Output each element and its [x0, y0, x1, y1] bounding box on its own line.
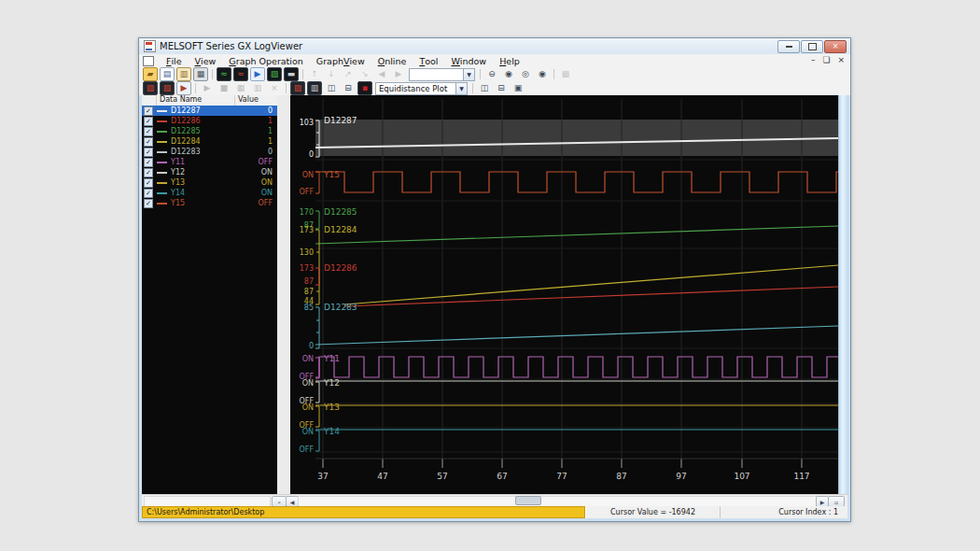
watch-row-d12287[interactable]: ✓D122870 — [142, 106, 277, 116]
menu-view[interactable]: View — [189, 54, 223, 67]
open-file-icon[interactable]: ▰ — [143, 67, 158, 81]
wide-graph-icon[interactable]: ▬ — [284, 67, 299, 81]
vertical-split-icon[interactable]: ◫ — [324, 81, 339, 95]
tile-horizontal-icon[interactable]: ⊟ — [494, 81, 509, 95]
title-bar[interactable]: MELSOFT Series GX LogViewer × — [139, 38, 850, 54]
monitor-start-icon[interactable]: ▶ — [176, 81, 191, 95]
data-logging-icon[interactable]: ▨ — [143, 81, 158, 95]
cursor-color-icon[interactable]: ▪ — [357, 81, 372, 95]
record-icon[interactable]: ▥ — [250, 81, 265, 95]
horizontal-split-icon[interactable]: ⊟ — [341, 81, 356, 95]
cursor-up-icon[interactable]: ↑ — [307, 67, 322, 81]
series-color-dash — [157, 172, 167, 174]
status-cursor-value: Cursor Value = -16942 — [585, 506, 721, 518]
print-icon[interactable]: ▦ — [193, 67, 208, 81]
row-checkbox[interactable]: ✓ — [144, 127, 153, 136]
play-icon[interactable]: ▶ — [200, 81, 215, 95]
graph-display-icon[interactable]: ≈ — [217, 67, 231, 81]
cascade-windows-icon[interactable]: ▣ — [511, 81, 525, 95]
value-column-header[interactable]: Value — [235, 95, 277, 106]
svg-text:37: 37 — [317, 472, 328, 481]
status-bar: C:\Users\Administrator\Desktop Cursor Va… — [142, 506, 847, 518]
svg-text:Y14: Y14 — [323, 427, 340, 436]
menu-graph-view[interactable]: Graph View — [310, 54, 371, 67]
realtime-monitor-icon[interactable]: ▶ — [250, 67, 265, 81]
trend-graph-icon[interactable]: ▨ — [290, 81, 305, 95]
row-checkbox[interactable]: ✓ — [144, 168, 153, 177]
toolbar-separator — [302, 69, 303, 79]
mdi-minimize-icon[interactable]: – — [811, 55, 816, 64]
watch-row-y12[interactable]: ✓Y12ON — [142, 167, 277, 177]
zoom-reset-icon[interactable]: ◉ — [501, 67, 516, 81]
plot-mode-combo-dropdown-icon[interactable]: ▼ — [455, 83, 467, 94]
menu-graph-operation[interactable]: Graph Operation — [222, 54, 309, 67]
row-value: ON — [235, 189, 277, 197]
maximize-button[interactable] — [801, 40, 823, 53]
graph-hscroll-thumb[interactable] — [515, 496, 541, 505]
svg-text:173: 173 — [300, 264, 314, 273]
watch-row-y13[interactable]: ✓Y13ON — [142, 177, 277, 188]
row-data-name: Y13 — [171, 178, 235, 187]
plot-mode-combo[interactable]: Equidistance Plot▼ — [375, 82, 468, 95]
minimize-button[interactable] — [777, 40, 800, 53]
panel-splitter[interactable] — [277, 95, 291, 494]
menu-file[interactable]: File — [160, 54, 189, 67]
data-name-column-header[interactable]: Data Name — [157, 95, 235, 106]
search-next-icon[interactable]: ▶ — [391, 67, 406, 81]
cursor-jump-prev-icon[interactable]: ↗ — [341, 67, 356, 81]
watch-row-d12283[interactable]: ✓D122830 — [142, 147, 277, 157]
row-checkbox[interactable]: ✓ — [144, 137, 153, 147]
tile-vertical-icon[interactable]: ◫ — [477, 81, 492, 95]
row-checkbox[interactable]: ✓ — [144, 178, 153, 188]
menu-help[interactable]: Help — [493, 54, 526, 67]
data-logging-alt-icon[interactable]: ▧ — [160, 81, 175, 95]
svg-text:57: 57 — [437, 472, 447, 481]
row-checkbox[interactable]: ✓ — [144, 199, 153, 208]
clear-icon[interactable]: × — [267, 81, 282, 95]
detail-view-icon[interactable]: ▩ — [558, 67, 573, 81]
zoom-fit-icon[interactable]: ◎ — [518, 67, 533, 81]
graph-vertical-scrollbar[interactable] — [838, 95, 848, 494]
trend-graph-selected-icon[interactable]: ▥ — [307, 81, 322, 95]
graph-area[interactable]: 37475767778797107117D122871030Y15ONOFFD1… — [290, 95, 838, 494]
cursor-down-icon[interactable]: ↓ — [324, 67, 339, 81]
mdi-child-icon[interactable] — [143, 56, 154, 66]
zoom-out-icon[interactable]: ⊖ — [484, 67, 499, 81]
pause-icon[interactable]: ▦ — [233, 81, 248, 95]
search-prev-icon[interactable]: ◀ — [374, 67, 389, 81]
search-value-combo-dropdown-icon[interactable]: ▼ — [463, 69, 474, 80]
new-graph-icon[interactable]: ▤ — [160, 67, 175, 81]
row-value: OFF — [235, 158, 277, 166]
svg-text:D12285: D12285 — [324, 207, 357, 217]
watch-row-d12286[interactable]: ✓D122861 — [142, 116, 277, 126]
watch-row-y11[interactable]: ✓Y11OFF — [142, 157, 277, 167]
mdi-restore-icon[interactable]: ❏ — [822, 55, 830, 64]
row-checkbox[interactable]: ✓ — [144, 106, 153, 116]
watch-row-y15[interactable]: ✓Y15OFF — [142, 198, 277, 208]
row-checkbox[interactable]: ✓ — [144, 189, 153, 198]
watch-row-d12284[interactable]: ✓D122841 — [142, 136, 277, 147]
mdi-close-icon[interactable]: × — [837, 55, 845, 64]
zoom-in-icon[interactable]: ◉ — [535, 67, 550, 81]
watch-row-d12285[interactable]: ✓D122851 — [142, 126, 277, 136]
toolbar-main: ▰▤▥▦≈≈▶▨▬↑↓↗↘◀▶▼⊖◉◎◉▩ — [139, 67, 850, 81]
row-checkbox[interactable]: ✓ — [144, 148, 153, 157]
stop-icon[interactable]: ■ — [217, 81, 231, 95]
search-value-combo[interactable]: ▼ — [409, 68, 475, 81]
app-icon — [144, 40, 156, 52]
menu-window[interactable]: Window — [444, 54, 493, 67]
menu-online[interactable]: Online — [371, 54, 413, 67]
cursor-jump-next-icon[interactable]: ↘ — [357, 67, 372, 81]
svg-text:47: 47 — [377, 472, 387, 481]
row-checkbox[interactable]: ✓ — [144, 158, 153, 167]
graph-display-alt-icon[interactable]: ≈ — [233, 67, 248, 81]
row-checkbox[interactable]: ✓ — [144, 117, 153, 126]
open-project-icon[interactable]: ▥ — [176, 67, 191, 81]
close-button[interactable]: × — [824, 40, 847, 53]
historical-graph-icon[interactable]: ▨ — [267, 67, 282, 81]
app-window: MELSOFT Series GX LogViewer × FileViewGr… — [138, 37, 851, 522]
series-color-dash — [157, 110, 167, 112]
menu-tool[interactable]: Tool — [413, 54, 444, 67]
svg-text:Y13: Y13 — [323, 403, 340, 412]
watch-row-y14[interactable]: ✓Y14ON — [142, 188, 277, 198]
